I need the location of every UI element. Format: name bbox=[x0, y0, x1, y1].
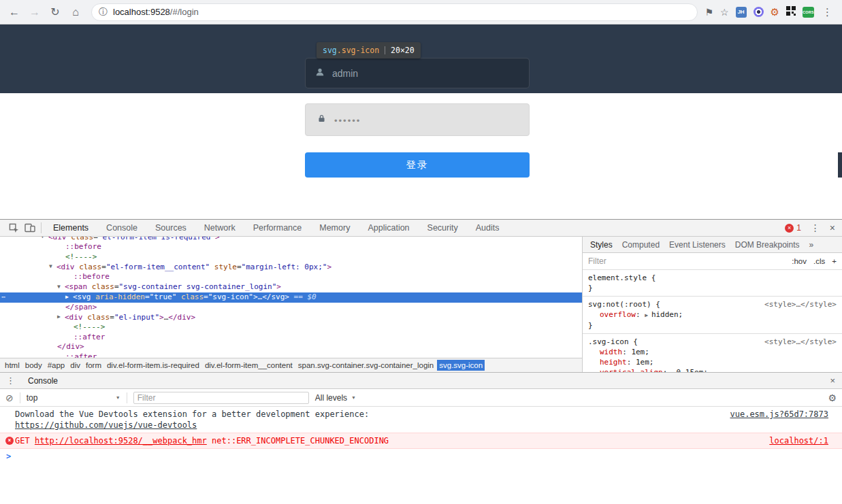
devtools-tab-application[interactable]: Application bbox=[359, 220, 418, 236]
devtools-tab-sources[interactable]: Sources bbox=[146, 220, 195, 236]
console-menu-icon[interactable]: ⋮ bbox=[0, 375, 21, 386]
breadcrumb-item[interactable]: body bbox=[23, 360, 44, 371]
extension-jh-icon[interactable]: JH bbox=[736, 7, 747, 18]
tree-node[interactable]: ::after bbox=[0, 352, 582, 358]
devtools-tab-memory[interactable]: Memory bbox=[310, 220, 359, 236]
extension-cors-icon[interactable]: CORS bbox=[803, 7, 814, 18]
home-button[interactable]: ⌂ bbox=[67, 3, 84, 21]
device-toolbar-icon[interactable] bbox=[22, 220, 38, 236]
breadcrumb-item[interactable]: form bbox=[84, 360, 103, 371]
devtools-close-icon[interactable]: × bbox=[830, 222, 835, 233]
tree-node[interactable]: <!----> bbox=[0, 252, 582, 263]
site-info-icon[interactable]: ⓘ bbox=[99, 6, 108, 18]
password-field[interactable]: •••••• bbox=[305, 103, 530, 136]
devtools-tab-console[interactable]: Console bbox=[97, 220, 146, 236]
style-rule[interactable]: svg:not(:root) {<style>…</style>overflow… bbox=[583, 297, 842, 334]
tree-node[interactable]: </div> bbox=[0, 342, 582, 352]
clear-console-icon[interactable]: ⊘ bbox=[5, 392, 14, 403]
error-count-badge[interactable]: × 1 bbox=[785, 223, 801, 233]
pseudo-state-toggle[interactable]: :hov bbox=[792, 257, 807, 265]
forward-button[interactable]: → bbox=[26, 3, 44, 21]
devtools-tab-audits[interactable]: Audits bbox=[467, 220, 508, 236]
class-toggle[interactable]: .cls bbox=[813, 257, 825, 265]
breadcrumb-item[interactable]: div.el-form-item.is-required bbox=[105, 360, 201, 371]
console-link[interactable]: http://localhost:9528/__webpack_hmr bbox=[35, 436, 207, 446]
devtools-panel: ElementsConsoleSourcesNetworkPerformance… bbox=[0, 219, 842, 372]
devtools-tab-elements[interactable]: Elements bbox=[44, 220, 97, 236]
console-tab[interactable]: Console bbox=[21, 373, 65, 388]
styles-tab-more[interactable]: » bbox=[804, 240, 818, 250]
flag-icon[interactable]: ⚑ bbox=[705, 7, 713, 18]
browser-toolbar: ← → ↻ ⌂ ⓘ localhost:9528/#/login ⚑ ☆ JH … bbox=[0, 0, 842, 24]
tooltip-divider bbox=[385, 46, 385, 54]
tree-node[interactable]: ::before bbox=[0, 242, 582, 252]
styles-tab-event-listeners[interactable]: Event Listeners bbox=[664, 240, 730, 250]
console-settings-icon[interactable]: ⚙ bbox=[828, 392, 837, 403]
styles-filter-row: :hov .cls + bbox=[583, 253, 842, 270]
console-filter-input[interactable] bbox=[133, 392, 309, 404]
style-source-link[interactable]: <style>…</style> bbox=[764, 337, 837, 347]
inspect-element-icon[interactable] bbox=[5, 220, 22, 236]
css-property[interactable]: width: 1em; bbox=[588, 347, 837, 357]
devtools-tab-network[interactable]: Network bbox=[195, 220, 244, 236]
tree-node[interactable]: ::after bbox=[0, 333, 582, 343]
new-rule-button[interactable]: + bbox=[832, 257, 837, 265]
tree-node[interactable]: <!----> bbox=[0, 322, 582, 333]
log-levels-selector[interactable]: All levels ▼ bbox=[315, 393, 356, 403]
tree-node[interactable]: ▶<div class="el-input">…</div> bbox=[0, 312, 582, 322]
username-value: admin bbox=[332, 68, 358, 79]
console-source-link[interactable]: vue.esm.js?65d7:7873 bbox=[730, 409, 829, 420]
console-link[interactable]: https://github.com/vuejs/vue-devtools bbox=[15, 420, 197, 430]
lock-icon bbox=[317, 114, 326, 126]
devtools-tab-security[interactable]: Security bbox=[419, 220, 467, 236]
elements-tree: ▼<div class="el-form-item is-required">:… bbox=[0, 237, 582, 358]
style-rule[interactable]: .svg-icon {<style>…</style>width: 1em;he… bbox=[583, 334, 842, 372]
devtools-tab-performance[interactable]: Performance bbox=[244, 220, 311, 236]
styles-tab-styles[interactable]: Styles bbox=[585, 240, 617, 250]
css-property[interactable]: overflow: ▶ hidden; bbox=[588, 309, 837, 320]
styles-tab-computed[interactable]: Computed bbox=[617, 240, 664, 250]
css-property[interactable]: height: 1em; bbox=[588, 357, 837, 367]
tree-node[interactable]: ▼<span class="svg-container svg-containe… bbox=[0, 282, 582, 292]
bookmark-star-icon[interactable]: ☆ bbox=[720, 7, 729, 18]
tooltip-dimensions: 20×20 bbox=[391, 46, 415, 55]
extension-orb-icon[interactable] bbox=[754, 7, 764, 17]
tree-node[interactable]: ::before bbox=[0, 272, 582, 282]
prompt-chevron-icon: > bbox=[6, 452, 11, 461]
tree-node-selected[interactable]: ⋯▶<svg aria-hidden="true" class="svg-ico… bbox=[0, 292, 582, 303]
tree-node[interactable]: </span> bbox=[0, 303, 582, 313]
context-selector[interactable]: top ▼ bbox=[27, 393, 120, 403]
extension-qr-icon[interactable] bbox=[786, 6, 796, 18]
browser-menu-icon[interactable]: ⋮ bbox=[821, 6, 834, 18]
devtools-menu-icon[interactable]: ⋮ bbox=[811, 222, 820, 233]
extension-gear-icon[interactable]: ⚙ bbox=[771, 6, 779, 18]
username-field[interactable]: admin bbox=[305, 58, 530, 88]
console-text: net::ERR_INCOMPLETE_CHUNKED_ENCODING bbox=[207, 436, 389, 446]
style-source-link[interactable]: <style>…</style> bbox=[764, 299, 837, 309]
divider bbox=[127, 392, 127, 403]
breadcrumb-item[interactable]: span.svg-container.svg-container_login bbox=[296, 360, 436, 371]
user-icon bbox=[315, 67, 325, 80]
chevron-down-icon: ▼ bbox=[116, 395, 120, 400]
css-property[interactable]: vertical-align: -0.15em; bbox=[588, 367, 837, 372]
breadcrumb-item[interactable]: #app bbox=[46, 360, 67, 371]
back-button[interactable]: ← bbox=[5, 3, 23, 21]
console-close-icon[interactable]: × bbox=[823, 375, 842, 386]
styles-filter-input[interactable] bbox=[588, 256, 683, 266]
styles-tab-dom-breakpoints[interactable]: DOM Breakpoints bbox=[730, 240, 805, 250]
breadcrumb-item[interactable]: svg.svg-icon bbox=[437, 360, 485, 371]
url-host: localhost:9528 bbox=[113, 7, 170, 17]
breadcrumb-item[interactable]: html bbox=[3, 360, 22, 371]
tree-node[interactable]: ▼<div class="el-form-item is-required"> bbox=[0, 237, 582, 242]
reload-button[interactable]: ↻ bbox=[46, 3, 64, 21]
url-bar[interactable]: ⓘ localhost:9528/#/login bbox=[91, 3, 698, 21]
style-rule[interactable]: element.style {} bbox=[583, 270, 842, 297]
breadcrumb-item[interactable]: div bbox=[68, 360, 82, 371]
login-button[interactable]: 登录 bbox=[305, 152, 530, 178]
console-drawer: ⋮ Console × ⊘ top ▼ All levels ▼ ⚙ Downl… bbox=[0, 372, 842, 504]
breadcrumb-item[interactable]: div.el-form-item__content bbox=[203, 360, 295, 371]
console-source-link[interactable]: localhost/:1 bbox=[769, 435, 828, 446]
tree-node[interactable]: ▼<div class="el-form-item__content" styl… bbox=[0, 262, 582, 272]
console-prompt[interactable]: > bbox=[0, 449, 842, 464]
tooltip-element-name: svg.svg-icon bbox=[323, 46, 379, 55]
